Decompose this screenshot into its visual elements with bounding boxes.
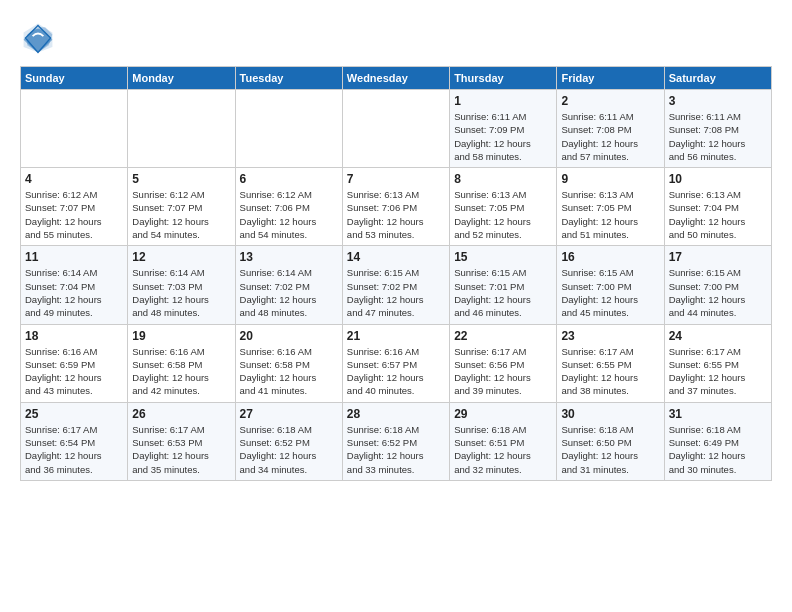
day-number: 2 [561, 94, 659, 108]
calendar-day-header: Wednesday [342, 67, 449, 90]
day-info: Sunrise: 6:13 AMSunset: 7:04 PMDaylight:… [669, 188, 767, 241]
calendar-cell [235, 90, 342, 168]
day-number: 7 [347, 172, 445, 186]
day-number: 13 [240, 250, 338, 264]
day-info: Sunrise: 6:18 AMSunset: 6:51 PMDaylight:… [454, 423, 552, 476]
calendar-cell: 4Sunrise: 6:12 AMSunset: 7:07 PMDaylight… [21, 168, 128, 246]
day-info: Sunrise: 6:18 AMSunset: 6:49 PMDaylight:… [669, 423, 767, 476]
day-number: 18 [25, 329, 123, 343]
logo-icon [20, 20, 56, 56]
day-number: 30 [561, 407, 659, 421]
calendar-cell: 19Sunrise: 6:16 AMSunset: 6:58 PMDayligh… [128, 324, 235, 402]
day-info: Sunrise: 6:18 AMSunset: 6:50 PMDaylight:… [561, 423, 659, 476]
day-number: 1 [454, 94, 552, 108]
calendar-cell: 18Sunrise: 6:16 AMSunset: 6:59 PMDayligh… [21, 324, 128, 402]
calendar-cell: 13Sunrise: 6:14 AMSunset: 7:02 PMDayligh… [235, 246, 342, 324]
calendar-cell [21, 90, 128, 168]
day-info: Sunrise: 6:12 AMSunset: 7:07 PMDaylight:… [132, 188, 230, 241]
calendar-cell: 1Sunrise: 6:11 AMSunset: 7:09 PMDaylight… [450, 90, 557, 168]
calendar-cell: 11Sunrise: 6:14 AMSunset: 7:04 PMDayligh… [21, 246, 128, 324]
calendar-cell: 21Sunrise: 6:16 AMSunset: 6:57 PMDayligh… [342, 324, 449, 402]
calendar-week-row: 25Sunrise: 6:17 AMSunset: 6:54 PMDayligh… [21, 402, 772, 480]
calendar-cell [342, 90, 449, 168]
calendar-cell: 5Sunrise: 6:12 AMSunset: 7:07 PMDaylight… [128, 168, 235, 246]
day-info: Sunrise: 6:14 AMSunset: 7:03 PMDaylight:… [132, 266, 230, 319]
day-number: 29 [454, 407, 552, 421]
day-info: Sunrise: 6:15 AMSunset: 7:01 PMDaylight:… [454, 266, 552, 319]
calendar-cell: 27Sunrise: 6:18 AMSunset: 6:52 PMDayligh… [235, 402, 342, 480]
calendar-cell: 26Sunrise: 6:17 AMSunset: 6:53 PMDayligh… [128, 402, 235, 480]
calendar-cell: 14Sunrise: 6:15 AMSunset: 7:02 PMDayligh… [342, 246, 449, 324]
calendar-cell: 17Sunrise: 6:15 AMSunset: 7:00 PMDayligh… [664, 246, 771, 324]
day-info: Sunrise: 6:18 AMSunset: 6:52 PMDaylight:… [347, 423, 445, 476]
day-info: Sunrise: 6:17 AMSunset: 6:56 PMDaylight:… [454, 345, 552, 398]
day-number: 10 [669, 172, 767, 186]
calendar-cell: 9Sunrise: 6:13 AMSunset: 7:05 PMDaylight… [557, 168, 664, 246]
day-number: 20 [240, 329, 338, 343]
day-number: 11 [25, 250, 123, 264]
calendar-week-row: 18Sunrise: 6:16 AMSunset: 6:59 PMDayligh… [21, 324, 772, 402]
day-number: 5 [132, 172, 230, 186]
day-number: 15 [454, 250, 552, 264]
day-info: Sunrise: 6:16 AMSunset: 6:58 PMDaylight:… [132, 345, 230, 398]
calendar-day-header: Saturday [664, 67, 771, 90]
day-info: Sunrise: 6:13 AMSunset: 7:05 PMDaylight:… [561, 188, 659, 241]
day-info: Sunrise: 6:12 AMSunset: 7:07 PMDaylight:… [25, 188, 123, 241]
calendar-cell: 16Sunrise: 6:15 AMSunset: 7:00 PMDayligh… [557, 246, 664, 324]
calendar-week-row: 1Sunrise: 6:11 AMSunset: 7:09 PMDaylight… [21, 90, 772, 168]
day-number: 21 [347, 329, 445, 343]
calendar-cell [128, 90, 235, 168]
day-info: Sunrise: 6:11 AMSunset: 7:08 PMDaylight:… [669, 110, 767, 163]
day-number: 3 [669, 94, 767, 108]
day-info: Sunrise: 6:17 AMSunset: 6:53 PMDaylight:… [132, 423, 230, 476]
day-number: 14 [347, 250, 445, 264]
day-number: 23 [561, 329, 659, 343]
day-info: Sunrise: 6:13 AMSunset: 7:05 PMDaylight:… [454, 188, 552, 241]
day-info: Sunrise: 6:16 AMSunset: 6:58 PMDaylight:… [240, 345, 338, 398]
day-number: 25 [25, 407, 123, 421]
calendar-week-row: 11Sunrise: 6:14 AMSunset: 7:04 PMDayligh… [21, 246, 772, 324]
calendar-cell: 24Sunrise: 6:17 AMSunset: 6:55 PMDayligh… [664, 324, 771, 402]
day-info: Sunrise: 6:13 AMSunset: 7:06 PMDaylight:… [347, 188, 445, 241]
calendar-cell: 6Sunrise: 6:12 AMSunset: 7:06 PMDaylight… [235, 168, 342, 246]
day-number: 31 [669, 407, 767, 421]
calendar-cell: 15Sunrise: 6:15 AMSunset: 7:01 PMDayligh… [450, 246, 557, 324]
day-info: Sunrise: 6:18 AMSunset: 6:52 PMDaylight:… [240, 423, 338, 476]
calendar-cell: 29Sunrise: 6:18 AMSunset: 6:51 PMDayligh… [450, 402, 557, 480]
calendar-cell: 30Sunrise: 6:18 AMSunset: 6:50 PMDayligh… [557, 402, 664, 480]
day-number: 6 [240, 172, 338, 186]
calendar-cell: 22Sunrise: 6:17 AMSunset: 6:56 PMDayligh… [450, 324, 557, 402]
day-info: Sunrise: 6:15 AMSunset: 7:02 PMDaylight:… [347, 266, 445, 319]
day-number: 12 [132, 250, 230, 264]
calendar-day-header: Monday [128, 67, 235, 90]
day-number: 17 [669, 250, 767, 264]
day-info: Sunrise: 6:16 AMSunset: 6:57 PMDaylight:… [347, 345, 445, 398]
day-number: 22 [454, 329, 552, 343]
calendar-cell: 8Sunrise: 6:13 AMSunset: 7:05 PMDaylight… [450, 168, 557, 246]
day-info: Sunrise: 6:17 AMSunset: 6:54 PMDaylight:… [25, 423, 123, 476]
day-info: Sunrise: 6:14 AMSunset: 7:04 PMDaylight:… [25, 266, 123, 319]
calendar-cell: 10Sunrise: 6:13 AMSunset: 7:04 PMDayligh… [664, 168, 771, 246]
logo [20, 20, 62, 56]
day-number: 19 [132, 329, 230, 343]
day-number: 16 [561, 250, 659, 264]
day-info: Sunrise: 6:14 AMSunset: 7:02 PMDaylight:… [240, 266, 338, 319]
day-number: 24 [669, 329, 767, 343]
day-info: Sunrise: 6:11 AMSunset: 7:08 PMDaylight:… [561, 110, 659, 163]
calendar-week-row: 4Sunrise: 6:12 AMSunset: 7:07 PMDaylight… [21, 168, 772, 246]
calendar-day-header: Friday [557, 67, 664, 90]
calendar-cell: 31Sunrise: 6:18 AMSunset: 6:49 PMDayligh… [664, 402, 771, 480]
day-number: 26 [132, 407, 230, 421]
calendar-day-header: Thursday [450, 67, 557, 90]
calendar-cell: 7Sunrise: 6:13 AMSunset: 7:06 PMDaylight… [342, 168, 449, 246]
calendar-table: SundayMondayTuesdayWednesdayThursdayFrid… [20, 66, 772, 481]
day-number: 27 [240, 407, 338, 421]
day-number: 8 [454, 172, 552, 186]
day-info: Sunrise: 6:12 AMSunset: 7:06 PMDaylight:… [240, 188, 338, 241]
calendar-cell: 28Sunrise: 6:18 AMSunset: 6:52 PMDayligh… [342, 402, 449, 480]
day-number: 9 [561, 172, 659, 186]
day-number: 28 [347, 407, 445, 421]
calendar-cell: 3Sunrise: 6:11 AMSunset: 7:08 PMDaylight… [664, 90, 771, 168]
day-info: Sunrise: 6:16 AMSunset: 6:59 PMDaylight:… [25, 345, 123, 398]
day-info: Sunrise: 6:15 AMSunset: 7:00 PMDaylight:… [669, 266, 767, 319]
